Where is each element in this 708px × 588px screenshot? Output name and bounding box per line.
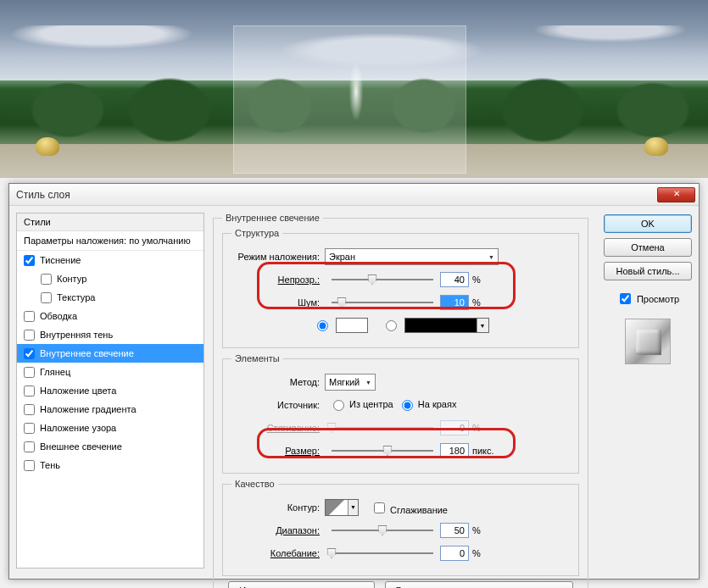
effect-label: Внутреннее свечение: [40, 348, 134, 358]
effect-checkbox[interactable]: [24, 255, 35, 266]
effect-item[interactable]: Наложение цвета: [17, 381, 203, 400]
noise-slider[interactable]: [332, 302, 433, 303]
close-icon: ✕: [673, 189, 680, 198]
method-label: Метод:: [231, 377, 325, 387]
effect-label: Внешнее свечение: [40, 441, 122, 452]
effect-item[interactable]: Контур: [17, 269, 203, 288]
quality-group: Качество Контур: ▼ Сглаживание Диапазон:…: [222, 479, 579, 576]
effect-label: Наложение узора: [40, 423, 116, 433]
effect-item[interactable]: Тень: [17, 456, 203, 474]
range-input[interactable]: [440, 523, 469, 538]
blend-mode-label: Режим наложения:: [231, 252, 325, 262]
opacity-input[interactable]: [440, 272, 469, 287]
contour-label: Контур:: [231, 502, 325, 513]
effect-label: Внутренняя тень: [40, 330, 113, 340]
gradient-swatch[interactable]: ▼: [404, 318, 489, 333]
opacity-slider[interactable]: [332, 279, 433, 280]
settings-panel: Внутреннее свечение Структура Режим нало…: [204, 206, 597, 579]
range-slider[interactable]: [332, 530, 433, 531]
effect-item[interactable]: Внутренняя тень: [17, 325, 203, 344]
dialog-buttons-panel: OK Отмена Новый стиль... Просмотр: [597, 206, 699, 579]
gradient-radio[interactable]: [382, 318, 399, 333]
size-label: Размер:: [231, 446, 325, 456]
effect-checkbox[interactable]: [24, 348, 35, 359]
cancel-button[interactable]: Отмена: [604, 238, 692, 257]
spread-input[interactable]: [440, 420, 469, 435]
effect-label: Тиснение: [40, 255, 81, 265]
inner-glow-fieldset: Внутреннее свечение Структура Режим нало…: [213, 213, 588, 588]
contour-picker[interactable]: ▼: [325, 499, 359, 516]
effect-item[interactable]: Внешнее свечение: [17, 437, 203, 456]
glass-overlay: [233, 25, 466, 174]
preview-checkbox[interactable]: Просмотр: [616, 291, 679, 307]
dialog-title: Стиль слоя: [16, 189, 657, 201]
ok-button[interactable]: OK: [604, 214, 692, 233]
effect-label: Обводка: [40, 311, 77, 321]
method-dropdown[interactable]: Мягкий: [325, 374, 376, 391]
effect-checkbox[interactable]: [24, 404, 35, 415]
effect-label: Глянец: [40, 367, 70, 377]
reset-default-button[interactable]: Восстановить значения по умолчанию: [385, 581, 573, 588]
styles-header[interactable]: Стили: [17, 214, 203, 231]
effect-checkbox[interactable]: [24, 423, 35, 434]
effect-checkbox[interactable]: [24, 367, 35, 378]
elements-group: Элементы Метод: Мягкий Источник: Из цент…: [222, 353, 579, 474]
effect-checkbox[interactable]: [24, 386, 35, 397]
effect-item[interactable]: Текстура: [17, 288, 203, 307]
structure-group: Структура Режим наложения: Экран Непрозр…: [222, 228, 579, 348]
jitter-input[interactable]: [440, 546, 469, 561]
effect-label: Наложение градиента: [40, 404, 137, 414]
size-slider[interactable]: [332, 450, 433, 452]
jitter-slider[interactable]: [332, 552, 433, 554]
color-swatch[interactable]: [336, 318, 368, 333]
spread-label: Стягивание:: [231, 423, 325, 433]
noise-input[interactable]: [440, 295, 469, 310]
new-style-button[interactable]: Новый стиль...: [604, 262, 692, 280]
color-radio[interactable]: [313, 318, 331, 333]
titlebar[interactable]: Стиль слоя ✕: [9, 184, 699, 206]
noise-label: Шум:: [231, 297, 325, 308]
opacity-label: Непрозр.:: [231, 275, 325, 285]
blending-options-row[interactable]: Параметры наложения: по умолчанию: [17, 231, 203, 251]
jitter-label: Колебание:: [231, 548, 325, 558]
effect-item[interactable]: Наложение градиента: [17, 400, 203, 419]
effect-label: Контур: [57, 274, 86, 284]
effect-checkbox[interactable]: [41, 274, 52, 285]
effect-checkbox[interactable]: [24, 330, 35, 341]
effect-checkbox[interactable]: [24, 441, 35, 452]
range-label: Диапазон:: [231, 525, 325, 535]
panel-title: Внутреннее свечение: [222, 213, 323, 223]
layer-style-dialog: Стиль слоя ✕ Стили Параметры наложения: …: [8, 183, 700, 580]
effects-list-panel: Стили Параметры наложения: по умолчанию …: [9, 206, 204, 579]
source-edge-radio[interactable]: На краях: [393, 399, 457, 411]
effect-item[interactable]: Внутреннее свечение: [17, 344, 203, 363]
use-default-button[interactable]: Использовать по умолчанию: [228, 581, 374, 588]
effect-item[interactable]: Наложение узора: [17, 419, 203, 437]
spread-slider[interactable]: [332, 427, 433, 429]
source-label: Источник:: [231, 400, 325, 410]
source-center-radio[interactable]: Из центра: [325, 399, 393, 411]
close-button[interactable]: ✕: [657, 187, 695, 202]
effect-checkbox[interactable]: [24, 460, 35, 471]
background-photo: [0, 0, 708, 178]
preview-thumbnail: [625, 319, 671, 364]
antialias-checkbox[interactable]: Сглаживание: [371, 500, 448, 516]
effect-checkbox[interactable]: [41, 292, 52, 303]
effect-item[interactable]: Глянец: [17, 363, 203, 381]
effect-item[interactable]: Обводка: [17, 307, 203, 325]
effect-label: Текстура: [57, 292, 95, 302]
size-input[interactable]: [440, 443, 469, 458]
effect-item[interactable]: Тиснение: [17, 251, 203, 269]
effect-label: Тень: [40, 460, 60, 470]
effect-checkbox[interactable]: [24, 311, 35, 322]
effect-label: Наложение цвета: [40, 386, 116, 396]
blend-mode-dropdown[interactable]: Экран: [325, 248, 499, 265]
